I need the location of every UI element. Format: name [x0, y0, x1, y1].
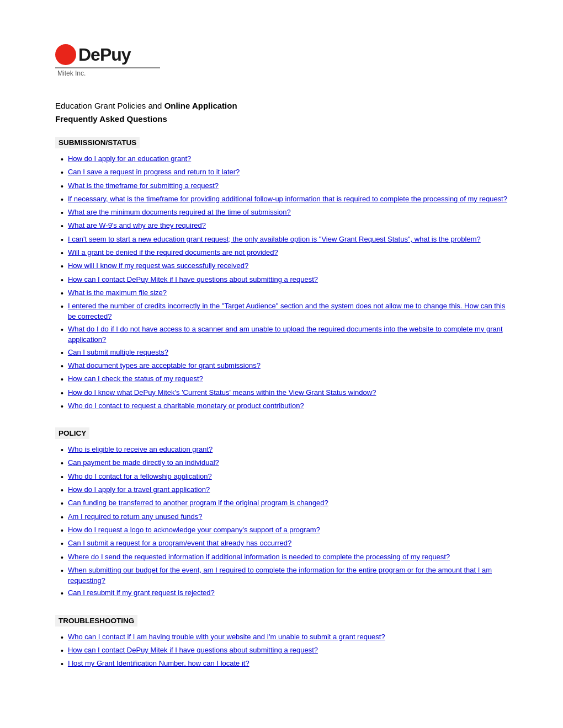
logo-area: DePuy Mitek Inc.	[55, 44, 508, 77]
faq-link[interactable]: Can I submit multiple requests?	[68, 347, 168, 358]
list-item: How do I apply for a travel grant applic…	[61, 485, 508, 496]
faq-link[interactable]: I entered the number of credits incorrec…	[68, 301, 508, 322]
page-title-normal: Education Grant Policies and	[55, 101, 162, 110]
page-subtitle: Frequently Asked Questions	[55, 114, 167, 124]
list-item: Can I resubmit if my grant request is re…	[61, 588, 508, 599]
faq-link[interactable]: Can I submit a request for a program/eve…	[68, 538, 291, 549]
faq-link[interactable]: Who is eligible to receive an education …	[68, 445, 213, 455]
faq-link[interactable]: I lost my Grant Identification Number, h…	[68, 659, 249, 669]
list-item: Can I submit a request for a program/eve…	[61, 538, 508, 549]
logo-depuy-text: DePuy	[78, 45, 131, 65]
list-item: How do I know what DePuy Mitek's 'Curren…	[61, 388, 508, 399]
list-item: How can I contact DePuy Mitek if I have …	[61, 275, 508, 286]
list-item: How will I know if my request was succes…	[61, 261, 508, 272]
list-item: How do I apply for an education grant?	[61, 154, 508, 165]
faq-link[interactable]: Can I resubmit if my grant request is re…	[68, 588, 215, 598]
section-list-troubleshooting: Who can I contact if I am having trouble…	[55, 632, 508, 670]
list-item: How can I contact DePuy Mitek if I have …	[61, 645, 508, 656]
faq-link[interactable]: What are W-9's and why are they required…	[68, 221, 206, 231]
section-title-troubleshooting: TROUBLESHOOTING	[55, 615, 137, 627]
faq-link[interactable]: Can payment be made directly to an indiv…	[68, 458, 219, 468]
faq-link[interactable]: What document types are acceptable for g…	[68, 361, 261, 371]
faq-link[interactable]: Will a grant be denied if the required d…	[68, 248, 278, 258]
list-item: Who do I contact for a fellowship applic…	[61, 472, 508, 483]
list-item: What is the maximum file size?	[61, 288, 508, 299]
section-list-submission: How do I apply for an education grant?Ca…	[55, 154, 508, 412]
faq-link[interactable]: Can I save a request in progress and ret…	[68, 167, 240, 178]
list-item: If necessary, what is the timeframe for …	[61, 194, 508, 205]
faq-link[interactable]: How do I apply for an education grant?	[68, 154, 191, 164]
logo-container: DePuy	[55, 44, 131, 65]
section-troubleshooting: TROUBLESHOOTINGWho can I contact if I am…	[55, 615, 508, 670]
faq-link[interactable]: Who can I contact if I am having trouble…	[68, 632, 385, 643]
list-item: Where do I send the requested informatio…	[61, 552, 508, 563]
list-item: I can't seem to start a new education gr…	[61, 234, 508, 245]
list-item: When submitting our budget for the event…	[61, 565, 508, 586]
faq-link[interactable]: How will I know if my request was succes…	[68, 261, 248, 271]
sections-container: SUBMISSION/STATUSHow do I apply for an e…	[55, 137, 508, 670]
faq-link[interactable]: How do I request a logo to acknowledge y…	[68, 525, 320, 536]
faq-link[interactable]: How can I contact DePuy Mitek if I have …	[68, 275, 318, 285]
page-title: Education Grant Policies and Online Appl…	[55, 99, 508, 126]
faq-link[interactable]: Am I required to return any unused funds…	[68, 512, 203, 522]
logo-divider	[55, 67, 160, 68]
faq-link[interactable]: Can funding be transferred to another pr…	[68, 498, 328, 508]
faq-link[interactable]: What do I do if I do not have access to …	[68, 324, 508, 345]
faq-link[interactable]: How do I apply for a travel grant applic…	[68, 485, 210, 495]
list-item: How can I check the status of my request…	[61, 374, 508, 385]
list-item: What document types are acceptable for g…	[61, 361, 508, 372]
faq-link[interactable]: What is the timeframe for submitting a r…	[68, 181, 219, 191]
faq-link[interactable]: What are the minimum documents required …	[68, 207, 291, 218]
list-item: I lost my Grant Identification Number, h…	[61, 659, 508, 670]
page-title-bold: Online Application	[164, 101, 237, 110]
list-item: What are W-9's and why are they required…	[61, 221, 508, 232]
section-policy: POLICYWho is eligible to receive an educ…	[55, 427, 508, 599]
faq-link[interactable]: How do I know what DePuy Mitek's 'Curren…	[68, 388, 376, 398]
logo-mitek-text: Mitek Inc.	[57, 69, 86, 77]
faq-link[interactable]: I can't seem to start a new education gr…	[68, 234, 481, 245]
depuy-logo-circle	[55, 44, 76, 65]
list-item: What is the timeframe for submitting a r…	[61, 181, 508, 192]
list-item: What do I do if I do not have access to …	[61, 324, 508, 345]
list-item: Am I required to return any unused funds…	[61, 512, 508, 523]
faq-link[interactable]: How can I contact DePuy Mitek if I have …	[68, 645, 318, 656]
list-item: Can payment be made directly to an indiv…	[61, 458, 508, 469]
list-item: Can funding be transferred to another pr…	[61, 498, 508, 509]
faq-link[interactable]: What is the maximum file size?	[68, 288, 167, 298]
list-item: Will a grant be denied if the required d…	[61, 248, 508, 259]
faq-link[interactable]: Who do I contact for a fellowship applic…	[68, 472, 212, 482]
list-item: I entered the number of credits incorrec…	[61, 301, 508, 322]
list-item: Who can I contact if I am having trouble…	[61, 632, 508, 643]
section-list-policy: Who is eligible to receive an education …	[55, 445, 508, 599]
faq-link[interactable]: Who do I contact to request a charitable…	[68, 401, 304, 411]
faq-link[interactable]: Where do I send the requested informatio…	[68, 552, 450, 563]
section-submission: SUBMISSION/STATUSHow do I apply for an e…	[55, 137, 508, 412]
faq-link[interactable]: If necessary, what is the timeframe for …	[68, 194, 507, 205]
faq-link[interactable]: When submitting our budget for the event…	[68, 565, 508, 586]
list-item: How do I request a logo to acknowledge y…	[61, 525, 508, 536]
page-title-block: Education Grant Policies and Online Appl…	[55, 99, 508, 126]
list-item: Who is eligible to receive an education …	[61, 445, 508, 456]
list-item: Can I save a request in progress and ret…	[61, 167, 508, 178]
section-title-policy: POLICY	[55, 427, 89, 439]
faq-link[interactable]: How can I check the status of my request…	[68, 374, 203, 384]
list-item: Can I submit multiple requests?	[61, 347, 508, 358]
list-item: Who do I contact to request a charitable…	[61, 401, 508, 412]
section-title-submission: SUBMISSION/STATUS	[55, 137, 140, 148]
list-item: What are the minimum documents required …	[61, 207, 508, 218]
